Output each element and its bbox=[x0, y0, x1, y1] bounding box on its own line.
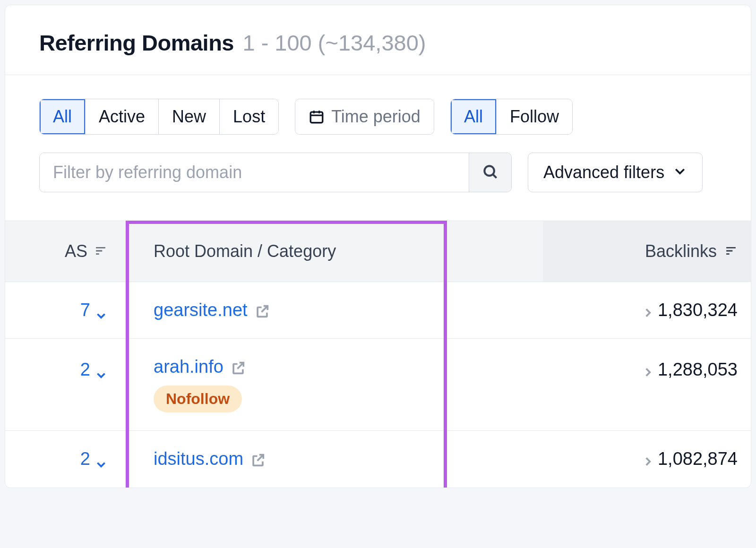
sort-icon bbox=[94, 246, 107, 257]
chevron-right-icon bbox=[642, 453, 651, 466]
chevron-down-icon bbox=[95, 306, 107, 315]
status-filter-group: All Active New Lost bbox=[39, 99, 279, 135]
calendar-icon bbox=[309, 109, 325, 125]
follow-filter-all[interactable]: All bbox=[451, 99, 496, 134]
sort-icon bbox=[724, 246, 738, 257]
cell-domain: gearsite.net bbox=[123, 300, 543, 320]
follow-filter-follow[interactable]: Follow bbox=[496, 99, 572, 134]
follow-filter-group: All Follow bbox=[450, 99, 573, 135]
time-period-button[interactable]: Time period bbox=[295, 99, 434, 134]
table-row: 2 idsitus.com bbox=[5, 431, 751, 488]
backlinks-value: 1,830,324 bbox=[658, 300, 738, 320]
time-period-label: Time period bbox=[331, 107, 421, 127]
status-filter-lost[interactable]: Lost bbox=[219, 99, 278, 134]
as-expand[interactable]: 2 bbox=[80, 360, 107, 380]
as-expand[interactable]: 7 bbox=[80, 300, 107, 320]
cell-as: 2 bbox=[5, 357, 123, 380]
table-row: 2 arah.info Nofollow bbox=[5, 339, 751, 431]
result-range: 1 - 100 (~134,380) bbox=[242, 30, 426, 55]
as-value: 2 bbox=[80, 360, 90, 380]
advanced-filters-label: Advanced filters bbox=[543, 163, 664, 182]
as-value: 2 bbox=[80, 449, 90, 469]
search-input[interactable] bbox=[40, 153, 469, 192]
nofollow-badge: Nofollow bbox=[154, 385, 242, 412]
chevron-right-icon bbox=[642, 304, 651, 317]
status-filter-new[interactable]: New bbox=[158, 99, 219, 134]
as-value: 7 bbox=[80, 300, 90, 320]
backlinks-value: 1,082,874 bbox=[658, 449, 738, 469]
domain-link[interactable]: idsitus.com bbox=[154, 449, 264, 469]
status-filter-all[interactable]: All bbox=[40, 99, 85, 134]
as-expand[interactable]: 2 bbox=[80, 449, 107, 469]
table-container: AS Root Domain / Category Backlinks 7 bbox=[5, 221, 751, 488]
panel-header: Referring Domains 1 - 100 (~134,380) bbox=[5, 5, 751, 75]
external-link-icon bbox=[254, 303, 268, 317]
domain-text: idsitus.com bbox=[154, 449, 243, 469]
search-icon bbox=[481, 163, 499, 182]
cell-backlinks[interactable]: 1,830,324 bbox=[543, 300, 751, 320]
chevron-right-icon bbox=[642, 363, 651, 377]
domain-link[interactable]: arah.info bbox=[154, 357, 244, 377]
domain-link[interactable]: gearsite.net bbox=[154, 300, 268, 320]
filters-row-1: All Active New Lost Time period All Foll… bbox=[5, 75, 751, 135]
advanced-filters-button[interactable]: Advanced filters bbox=[528, 153, 703, 192]
column-header-as[interactable]: AS bbox=[5, 241, 123, 261]
cell-as: 7 bbox=[5, 300, 123, 320]
search-button[interactable] bbox=[469, 153, 511, 192]
cell-backlinks[interactable]: 1,288,053 bbox=[543, 357, 751, 380]
domain-text: arah.info bbox=[154, 357, 223, 377]
search-container bbox=[39, 153, 512, 192]
external-link-icon bbox=[250, 452, 264, 466]
svg-point-1 bbox=[484, 166, 494, 176]
cell-domain: arah.info Nofollow bbox=[123, 357, 543, 412]
chevron-down-icon bbox=[95, 454, 107, 464]
column-header-root-domain-label: Root Domain / Category bbox=[154, 241, 336, 261]
time-period-group: Time period bbox=[295, 99, 434, 135]
svg-rect-0 bbox=[310, 112, 323, 123]
column-header-backlinks[interactable]: Backlinks bbox=[543, 221, 751, 282]
cell-as: 2 bbox=[5, 449, 123, 469]
cell-backlinks[interactable]: 1,082,874 bbox=[543, 449, 751, 469]
backlinks-value: 1,288,053 bbox=[658, 360, 738, 380]
column-header-backlinks-label: Backlinks bbox=[645, 241, 717, 261]
table-row: 7 gearsite.net bbox=[5, 282, 751, 339]
domain-text: gearsite.net bbox=[154, 300, 248, 320]
column-header-root-domain[interactable]: Root Domain / Category bbox=[123, 241, 543, 261]
column-header-as-label: AS bbox=[65, 241, 87, 261]
external-link-icon bbox=[230, 360, 244, 374]
page-title: Referring Domains bbox=[39, 30, 234, 55]
referring-domains-panel: Referring Domains 1 - 100 (~134,380) All… bbox=[5, 5, 751, 488]
cell-domain: idsitus.com bbox=[123, 449, 543, 469]
filters-row-2: Advanced filters bbox=[5, 135, 751, 192]
status-filter-active[interactable]: Active bbox=[85, 99, 158, 134]
chevron-down-icon bbox=[673, 163, 687, 182]
chevron-down-icon bbox=[95, 365, 107, 375]
table-header-row: AS Root Domain / Category Backlinks bbox=[5, 221, 751, 282]
